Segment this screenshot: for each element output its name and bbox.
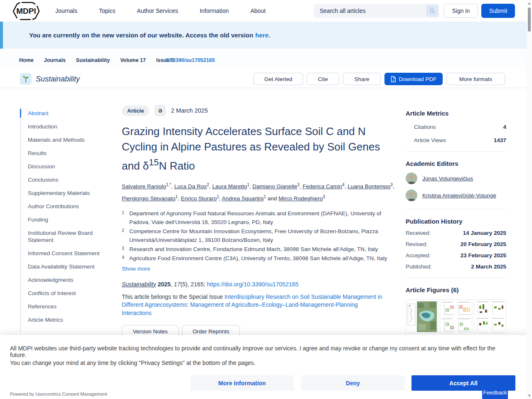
section-nav-item[interactable]: Article Metrics	[28, 316, 105, 323]
article-metrics-rows: Citations 4 Article Views 1437	[406, 124, 506, 143]
search-button[interactable]	[426, 5, 438, 17]
metric-row: Article Views 1437	[406, 137, 506, 143]
journal-name[interactable]: Sustainability	[36, 70, 80, 88]
section-nav-item[interactable]: Institutional Review Board Statement	[28, 229, 105, 244]
section-nav-item[interactable]: Supplementary Materials	[28, 190, 105, 197]
scrollbar-thumb[interactable]	[528, 7, 531, 32]
version-notes-button[interactable]: Version Notes	[122, 325, 179, 335]
author-entry: Salvatore Raniolo1,*,	[122, 183, 174, 190]
section-nav-item[interactable]: Informed Consent Statement	[28, 250, 105, 257]
affiliation-item: 1 Department of Agronomy Food Natural Re…	[122, 209, 395, 227]
article-figures-heading: Article Figures (6)	[406, 286, 506, 293]
author-link[interactable]: Federica Camin	[303, 183, 342, 190]
more-information-button[interactable]: More Information	[190, 375, 294, 391]
cite-button[interactable]: Cite	[307, 73, 339, 85]
share-button[interactable]: Share	[343, 73, 381, 85]
affiliation-item: 2 Competence Centre for Mountain Innovat…	[122, 227, 395, 244]
more-formats-button[interactable]: More formats	[446, 73, 505, 85]
author-link[interactable]: Damiano Gianelle	[253, 183, 297, 190]
author-link[interactable]: Luana Bontempo	[347, 183, 390, 190]
publication-history-rows: Received: 14 January 2025 Revised: 20 Fe…	[406, 230, 506, 270]
sign-in-button[interactable]: Sign in	[444, 4, 478, 18]
breadcrumb-item[interactable]: Sustainability	[76, 57, 110, 63]
section-nav: AbstractIntroductionMaterials and Method…	[20, 107, 118, 333]
author-link[interactable]: Salvatore Raniolo	[122, 183, 166, 190]
section-nav-item[interactable]: Author Contributions	[28, 203, 105, 210]
author-affiliation-superscript: 3	[323, 194, 325, 199]
section-nav-item[interactable]: Abstract	[28, 110, 105, 117]
affiliation-item: 3 Research and Innovation Centre, Fondaz…	[122, 245, 395, 254]
section-nav-item[interactable]: Materials and Methods	[28, 136, 105, 143]
author-separator: ,	[299, 183, 303, 190]
topnav-link[interactable]: Topics	[99, 7, 116, 14]
author-entry: Laura Maretto1,	[212, 183, 252, 190]
history-value: 20 February 2025	[461, 241, 506, 247]
topnav-link[interactable]: Information	[200, 7, 229, 14]
topnav-link[interactable]: Author Services	[137, 7, 178, 14]
history-label: Received:	[406, 230, 431, 236]
search-input[interactable]	[314, 7, 426, 14]
author-link[interactable]: Laura Maretto	[212, 183, 247, 190]
version-notice-bar: You are currently on the new version of …	[0, 22, 532, 49]
section-nav-item[interactable]: Conflicts of Interest	[28, 290, 105, 297]
svg-text:A: A	[392, 79, 394, 81]
section-nav-list: AbstractIntroductionMaterials and Method…	[20, 107, 118, 333]
special-issue-line: This article belongs to the Special Issu…	[122, 293, 388, 318]
top-navigation-bar: MDPI JournalsTopicsAuthor ServicesInform…	[0, 0, 532, 22]
metric-label: Citations	[414, 124, 436, 130]
section-nav-item[interactable]: References	[28, 303, 105, 310]
topnav-link[interactable]: About	[250, 7, 266, 14]
feedback-button[interactable]: Feedback	[482, 386, 508, 399]
order-reprints-button[interactable]: Order Reprints	[182, 325, 240, 335]
academic-editors-heading: Academic Editors	[406, 160, 506, 167]
section-nav-item[interactable]: Introduction	[28, 123, 105, 130]
sidebar-divider	[406, 278, 506, 278]
affiliation-item: 4 Agriculture Food Environment Centre (C…	[122, 254, 395, 263]
breadcrumb-item[interactable]: Journals	[44, 57, 66, 63]
citation-journal-link[interactable]: Sustainability	[122, 281, 156, 288]
get-alerted-button[interactable]: Get Alerted	[254, 73, 303, 85]
journal-logo	[20, 73, 32, 85]
scrollbar-down-arrow-icon[interactable]: ▼	[527, 394, 531, 398]
show-more-link[interactable]: Show more	[122, 266, 150, 272]
notice-accent-stripe	[0, 22, 3, 49]
author-list: Salvatore Raniolo1,*, Luca Da Ros2, Laur…	[122, 180, 395, 204]
editor-link[interactable]: Jonas Volungevičius	[422, 175, 473, 182]
author-link[interactable]: Piergiorgio Stevanato	[122, 195, 175, 202]
editor-link[interactable]: Kristina Amalevičiūtė-Volungė	[422, 192, 496, 199]
editor-avatar	[406, 190, 417, 201]
author-link[interactable]: Mirco Rodeghiero	[278, 195, 323, 202]
download-pdf-button[interactable]: A Download PDF	[384, 73, 443, 85]
section-nav-item[interactable]: Results	[28, 150, 105, 157]
author-entry: Luca Da Ros2,	[174, 183, 212, 190]
citation-doi-link[interactable]: https://doi.org/10.3390/su17052165	[207, 281, 298, 288]
section-nav-item[interactable]: Acknowledgments	[28, 276, 105, 283]
section-nav-item[interactable]: Discussion	[28, 163, 105, 170]
old-version-link[interactable]: here.	[255, 32, 270, 39]
author-link[interactable]: Luca Da Ros	[174, 183, 207, 190]
deny-button[interactable]: Deny	[301, 375, 405, 391]
history-label: Accepted:	[406, 252, 431, 259]
breadcrumb-item[interactable]: Home	[19, 57, 34, 63]
editor-row: Jonas Volungevičius	[406, 172, 506, 184]
breadcrumb-item[interactable]: Volume 17	[120, 57, 146, 63]
figure-thumbnail-map[interactable]	[406, 299, 438, 333]
topnav-link[interactable]: Journals	[55, 7, 77, 14]
article-meta-row: Article ə 2 March 2025	[122, 105, 395, 116]
cookie-consent-banner: All MDPI websites use third-party websit…	[0, 335, 532, 399]
section-nav-item[interactable]: Data Availability Statement	[28, 263, 105, 270]
figure-thumbnail-boxplots[interactable]	[440, 299, 472, 333]
section-nav-item[interactable]: Funding	[28, 216, 105, 223]
submit-button[interactable]: Submit	[481, 4, 515, 18]
scrollbar-up-arrow-icon[interactable]: ▲	[527, 1, 531, 5]
scrollbar[interactable]: ▲ ▼	[527, 0, 532, 399]
sidebar-divider	[406, 151, 506, 152]
figure-thumbnail-boxgrid[interactable]	[474, 299, 506, 333]
breadcrumb-row: HomeJournalsSustainabilityVolume 17Issue…	[19, 49, 174, 72]
author-link[interactable]: Andrea Squartini	[222, 195, 264, 202]
author-link[interactable]: Enrico Sturaro	[181, 195, 217, 202]
mdpi-logo[interactable]: MDPI	[12, 1, 41, 21]
section-nav-item[interactable]: Conclusions	[28, 176, 105, 183]
breadcrumb-doi-link[interactable]: 10.3390/su17052165	[165, 49, 215, 72]
map-figure-icon	[406, 300, 438, 333]
